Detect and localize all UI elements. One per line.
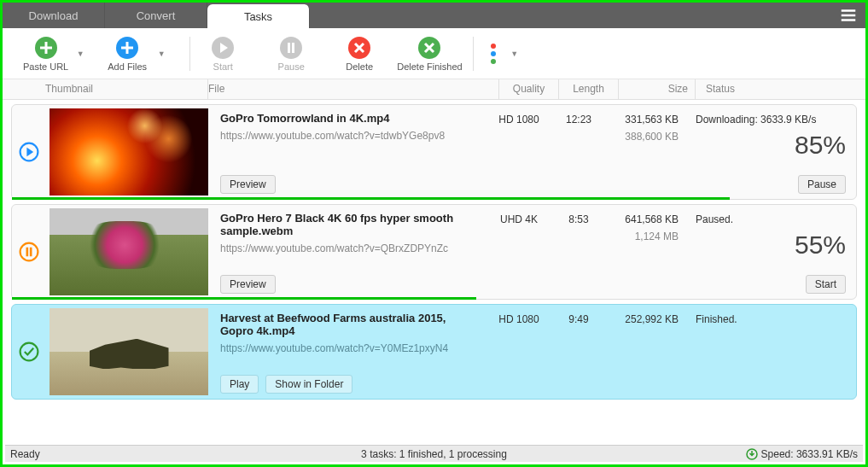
task-url: https://www.youtube.com/watch?v=QBrxZDPY…	[220, 242, 481, 254]
menu-icon[interactable]	[831, 3, 865, 28]
top-tab-bar: Download Convert Tasks	[3, 3, 865, 28]
toolbar: Paste URL ▼ Add Files ▼ Start Pause Dele…	[3, 28, 865, 79]
task-percent: 85%	[696, 131, 846, 160]
status-speed: Speed: 3633.91 KB/s	[761, 448, 858, 460]
download-speed-icon	[746, 448, 758, 460]
task-row[interactable]: Harvest at Beefwood Farms australia 2015…	[11, 304, 857, 400]
add-files-button[interactable]: Add Files	[102, 34, 153, 73]
progress-bar	[12, 297, 856, 300]
task-quality: HD 1080	[489, 105, 549, 199]
tab-tasks[interactable]: Tasks	[207, 4, 310, 28]
task-size: 641,568 KB 1,124 MB	[609, 205, 685, 299]
status-summary: 3 tasks: 1 finished, 1 processing	[361, 448, 507, 460]
svg-point-7	[20, 243, 38, 261]
separator	[473, 37, 474, 71]
task-length: 12:23	[549, 105, 609, 199]
thumbnail[interactable]	[50, 308, 208, 395]
add-files-dropdown[interactable]: ▼	[153, 50, 170, 58]
status-bar: Ready 3 tasks: 1 finished, 1 processing …	[5, 445, 863, 462]
header-length[interactable]: Length	[558, 79, 618, 99]
plus-icon	[34, 36, 58, 60]
tab-download[interactable]: Download	[3, 3, 105, 28]
task-url: https://www.youtube.com/watch?v=tdwbYGe8…	[220, 130, 481, 142]
play-button[interactable]: Play	[220, 375, 259, 394]
separator	[189, 37, 190, 71]
pause-button[interactable]: Pause	[265, 34, 317, 73]
task-status: Downloading: 3633.9 KB/s 85% Pause	[685, 105, 856, 199]
header-file[interactable]: File	[207, 79, 498, 99]
play-icon	[211, 36, 235, 60]
plus-icon	[115, 36, 139, 60]
task-size: 252,992 KB	[609, 305, 685, 399]
task-status: Finished.	[685, 305, 856, 399]
delete-button[interactable]: Delete	[334, 34, 385, 73]
preview-button[interactable]: Preview	[220, 175, 276, 194]
progress-bar	[12, 197, 856, 200]
task-length: 9:49	[549, 305, 609, 399]
more-options-button[interactable]	[481, 42, 506, 66]
start-task-button[interactable]: Start	[806, 275, 846, 294]
header-status[interactable]: Status	[695, 79, 865, 99]
pause-status-icon	[18, 241, 40, 263]
task-title: Harvest at Beefwood Farms australia 2015…	[220, 312, 481, 337]
header-thumbnail[interactable]: Thumbnail	[3, 79, 207, 99]
thumbnail[interactable]	[50, 208, 208, 295]
task-title: GoPro Tomorrowland in 4K.mp4	[220, 112, 481, 125]
task-length: 8:53	[549, 205, 609, 299]
task-quality: HD 1080	[489, 305, 549, 399]
task-quality: UHD 4K	[489, 205, 549, 299]
pause-task-button[interactable]: Pause	[798, 175, 846, 194]
task-title: GoPro Hero 7 Black 4K 60 fps hyper smoot…	[220, 212, 481, 237]
dots-icon	[491, 44, 496, 64]
task-url: https://www.youtube.com/watch?v=Y0MEz1px…	[220, 342, 481, 354]
header-quality[interactable]: Quality	[498, 79, 558, 99]
task-row[interactable]: GoPro Tomorrowland in 4K.mp4 https://www…	[11, 104, 857, 200]
status-ready: Ready	[10, 448, 40, 460]
paste-url-button[interactable]: Paste URL	[20, 34, 72, 73]
task-list: GoPro Tomorrowland in 4K.mp4 https://www…	[3, 100, 865, 446]
show-in-folder-button[interactable]: Show in Folder	[265, 375, 352, 394]
task-percent: 55%	[696, 231, 846, 260]
play-status-icon	[18, 141, 40, 163]
start-button[interactable]: Start	[197, 34, 248, 73]
paste-url-dropdown[interactable]: ▼	[72, 50, 89, 58]
more-options-dropdown[interactable]: ▼	[506, 50, 523, 58]
check-status-icon	[18, 341, 40, 363]
thumbnail[interactable]	[50, 108, 208, 196]
delete-finished-button[interactable]: Delete Finished	[393, 34, 465, 73]
task-size: 331,563 KB 388,600 KB	[609, 105, 685, 199]
close-icon	[347, 36, 371, 60]
task-row[interactable]: GoPro Hero 7 Black 4K 60 fps hyper smoot…	[11, 204, 857, 300]
svg-point-3	[280, 37, 302, 59]
preview-button[interactable]: Preview	[220, 275, 276, 294]
pause-icon	[279, 36, 303, 60]
header-size[interactable]: Size	[618, 79, 695, 99]
close-icon	[417, 36, 441, 60]
column-headers: Thumbnail File Quality Length Size Statu…	[3, 79, 865, 100]
task-status: Paused. 55% Start	[685, 205, 856, 299]
tab-convert[interactable]: Convert	[105, 3, 207, 28]
